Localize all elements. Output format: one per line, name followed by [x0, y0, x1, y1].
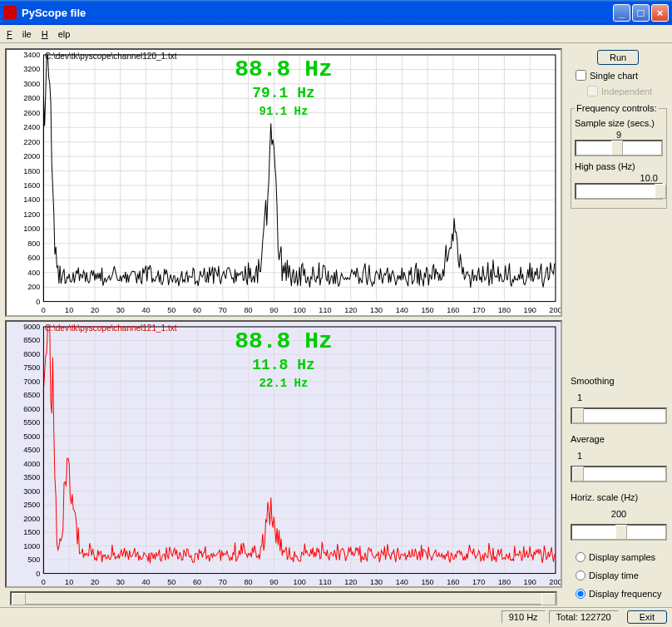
- svg-text:4500: 4500: [23, 446, 40, 454]
- svg-text:200: 200: [549, 306, 561, 314]
- close-button[interactable]: ×: [651, 4, 669, 22]
- smoothing-value: 1: [571, 392, 667, 402]
- svg-text:0: 0: [36, 569, 40, 577]
- menu-file[interactable]: File: [7, 29, 32, 39]
- menu-help[interactable]: Help: [42, 29, 71, 39]
- minimize-button[interactable]: _: [613, 4, 630, 22]
- svg-text:80: 80: [245, 577, 253, 585]
- display-time-radio[interactable]: Display time: [576, 570, 667, 580]
- svg-text:30: 30: [116, 577, 125, 585]
- control-sidebar: Run Single chart Independent Frequency c…: [566, 43, 672, 607]
- svg-text:9000: 9000: [23, 323, 40, 331]
- status-bar: 910 Hz Total: 122720 Exit: [0, 607, 672, 625]
- svg-text:30: 30: [116, 306, 125, 314]
- svg-text:40: 40: [141, 577, 150, 585]
- svg-text:190: 190: [524, 577, 536, 585]
- svg-text:1500: 1500: [23, 528, 40, 536]
- horiz-scale-slider[interactable]: [571, 524, 667, 541]
- freq-overlay-primary: 88.8 Hz: [235, 328, 333, 354]
- svg-text:50: 50: [167, 306, 175, 314]
- sample-size-slider[interactable]: [575, 140, 663, 156]
- chart-column: 0200400600800100012001400160018002000220…: [0, 43, 566, 607]
- svg-text:40: 40: [141, 306, 150, 314]
- svg-text:2600: 2600: [23, 109, 40, 117]
- svg-text:600: 600: [27, 254, 40, 262]
- maximize-button[interactable]: □: [632, 4, 650, 22]
- svg-text:10: 10: [65, 577, 73, 585]
- exit-button[interactable]: Exit: [627, 610, 667, 624]
- svg-text:2200: 2200: [23, 138, 40, 146]
- svg-text:6000: 6000: [23, 404, 40, 412]
- chart-bottom[interactable]: 0500100015002000250030003500400045005000…: [5, 320, 562, 589]
- display-frequency-radio[interactable]: Display frequency: [576, 589, 667, 599]
- svg-text:7000: 7000: [23, 377, 40, 385]
- svg-text:170: 170: [472, 577, 485, 585]
- svg-text:120: 120: [344, 577, 357, 585]
- svg-text:6500: 6500: [23, 391, 40, 399]
- svg-text:110: 110: [319, 577, 331, 585]
- svg-text:8500: 8500: [23, 336, 40, 344]
- svg-text:90: 90: [269, 577, 278, 585]
- run-button[interactable]: Run: [597, 50, 639, 65]
- svg-text:1000: 1000: [23, 541, 40, 550]
- svg-text:2800: 2800: [23, 94, 40, 102]
- window-title: PyScope file: [22, 7, 613, 19]
- svg-text:2400: 2400: [23, 123, 40, 131]
- svg-text:4000: 4000: [23, 459, 40, 467]
- svg-text:100: 100: [294, 577, 306, 585]
- svg-text:120: 120: [344, 306, 357, 314]
- svg-text:20: 20: [91, 306, 99, 314]
- svg-text:500: 500: [27, 555, 40, 564]
- svg-text:5000: 5000: [23, 432, 40, 440]
- svg-text:200: 200: [549, 577, 561, 585]
- svg-text:3400: 3400: [23, 51, 40, 59]
- sample-size-label: Sample size (secs.): [575, 118, 663, 128]
- svg-text:10: 10: [65, 306, 73, 314]
- horizontal-scrollbar[interactable]: [10, 591, 557, 605]
- sample-size-value: 9: [575, 130, 663, 140]
- high-pass-slider[interactable]: [575, 183, 663, 200]
- svg-text:0: 0: [42, 577, 46, 585]
- svg-text:140: 140: [396, 577, 408, 585]
- svg-text:140: 140: [396, 306, 408, 314]
- svg-text:200: 200: [27, 283, 40, 291]
- svg-text:1800: 1800: [23, 167, 40, 175]
- frequency-controls-group: Frequency controls: Sample size (secs.) …: [571, 103, 667, 209]
- chart-top[interactable]: 0200400600800100012001400160018002000220…: [5, 48, 562, 317]
- svg-text:100: 100: [294, 306, 306, 314]
- single-chart-checkbox[interactable]: Single chart: [576, 70, 667, 81]
- svg-text:130: 130: [370, 577, 383, 585]
- horiz-scale-value: 200: [571, 509, 667, 519]
- svg-text:3000: 3000: [23, 486, 40, 495]
- svg-text:60: 60: [193, 577, 201, 585]
- svg-text:130: 130: [370, 306, 383, 314]
- chart-file-label: C:\dev\tk\pyscope\channel121_1.txt: [45, 323, 176, 333]
- svg-text:3500: 3500: [23, 473, 40, 481]
- average-value: 1: [571, 451, 667, 461]
- svg-text:1600: 1600: [23, 181, 40, 190]
- horiz-scale-label: Horiz. scale (Hz): [571, 492, 667, 502]
- svg-text:190: 190: [524, 306, 536, 314]
- average-slider[interactable]: [571, 466, 667, 482]
- status-total: Total: 122720: [549, 610, 619, 624]
- high-pass-label: High pass (Hz): [575, 161, 663, 171]
- svg-text:50: 50: [167, 577, 175, 585]
- independent-checkbox: Independent: [587, 86, 667, 96]
- smoothing-slider[interactable]: [571, 407, 667, 424]
- svg-text:5500: 5500: [23, 418, 40, 427]
- svg-text:0: 0: [42, 306, 46, 314]
- svg-text:3200: 3200: [23, 65, 40, 73]
- freq-overlay-tertiary: 91.1 Hz: [259, 105, 309, 118]
- average-label: Average: [571, 434, 667, 444]
- svg-text:3000: 3000: [23, 80, 40, 88]
- chart-file-label: C:\dev\tk\pyscope\channel120_1.txt: [45, 52, 176, 61]
- svg-text:1200: 1200: [23, 210, 40, 219]
- svg-text:90: 90: [269, 306, 278, 314]
- svg-text:1400: 1400: [23, 195, 40, 204]
- svg-text:180: 180: [498, 306, 511, 314]
- display-samples-radio[interactable]: Display samples: [576, 552, 667, 562]
- svg-text:150: 150: [421, 306, 433, 314]
- app-icon: [3, 6, 17, 19]
- svg-text:110: 110: [319, 306, 331, 314]
- svg-text:20: 20: [91, 577, 99, 585]
